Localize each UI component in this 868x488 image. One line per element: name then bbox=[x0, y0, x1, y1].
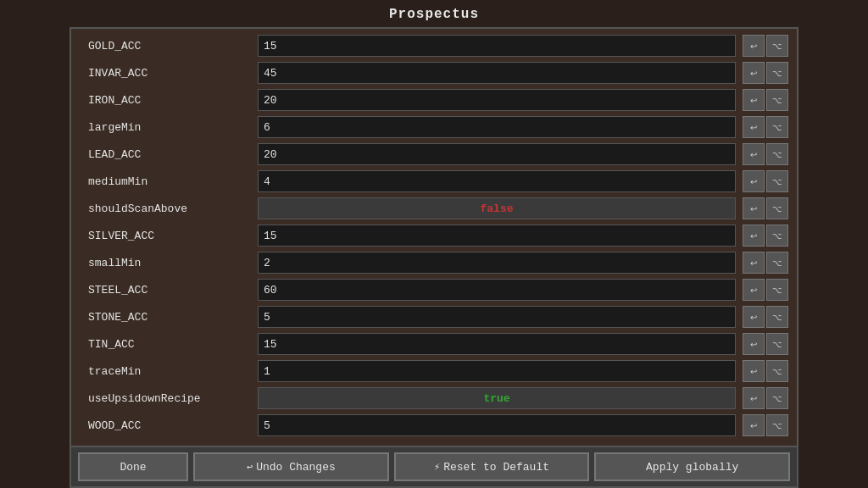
config-value-input[interactable] bbox=[258, 333, 736, 355]
config-input-wrap bbox=[258, 279, 736, 301]
config-value-input[interactable] bbox=[258, 360, 736, 382]
config-input-wrap bbox=[258, 143, 736, 165]
config-label: STEEL_ACC bbox=[88, 284, 258, 297]
config-branch-small-button[interactable]: ⌥ bbox=[766, 360, 788, 382]
table-row: TIN_ACC↩⌥ bbox=[71, 330, 797, 358]
table-row: useUpsidownRecipe↩⌥ bbox=[71, 385, 797, 412]
config-value-input[interactable] bbox=[258, 414, 736, 436]
undo-label: Undo Changes bbox=[256, 461, 336, 474]
main-panel: GOLD_ACC↩⌥INVAR_ACC↩⌥IRON_ACC↩⌥largeMin↩… bbox=[70, 27, 798, 447]
config-branch-small-button[interactable]: ⌥ bbox=[766, 62, 788, 84]
config-input-wrap bbox=[258, 170, 736, 192]
config-branch-small-button[interactable]: ⌥ bbox=[766, 279, 788, 301]
undo-icon: ↩ bbox=[247, 461, 253, 474]
reset-icon: ⚡ bbox=[434, 461, 440, 474]
config-value-input[interactable] bbox=[258, 306, 736, 328]
table-row: LEAD_ACC↩⌥ bbox=[71, 141, 797, 168]
config-value-input[interactable] bbox=[258, 387, 736, 409]
config-branch-small-button[interactable]: ⌥ bbox=[766, 89, 788, 111]
table-row: STEEL_ACC↩⌥ bbox=[71, 276, 797, 303]
table-row: WOOD_ACC↩⌥ bbox=[71, 412, 797, 439]
config-value-input[interactable] bbox=[258, 62, 736, 84]
config-branch-small-button[interactable]: ⌥ bbox=[766, 116, 788, 138]
config-input-wrap bbox=[258, 360, 736, 382]
config-reset-small-button[interactable]: ↩ bbox=[743, 333, 765, 355]
config-branch-small-button[interactable]: ⌥ bbox=[766, 143, 788, 165]
config-input-wrap bbox=[258, 414, 736, 436]
apply-globally-button[interactable]: Apply globally bbox=[594, 452, 790, 481]
config-reset-small-button[interactable]: ↩ bbox=[743, 387, 765, 409]
config-input-wrap bbox=[258, 62, 736, 84]
config-label: GOLD_ACC bbox=[88, 40, 258, 53]
config-label: IRON_ACC bbox=[88, 94, 258, 107]
config-label: smallMin bbox=[88, 257, 258, 269]
config-input-wrap bbox=[258, 225, 736, 247]
config-reset-small-button[interactable]: ↩ bbox=[743, 170, 765, 192]
config-value-input[interactable] bbox=[258, 252, 736, 274]
config-reset-small-button[interactable]: ↩ bbox=[743, 414, 765, 436]
config-value-input[interactable] bbox=[258, 116, 736, 138]
table-row: GOLD_ACC↩⌥ bbox=[71, 32, 797, 59]
config-label: TIN_ACC bbox=[88, 338, 258, 351]
config-label: useUpsidownRecipe bbox=[88, 392, 258, 405]
config-input-wrap bbox=[258, 197, 736, 219]
table-row: mediumMin↩⌥ bbox=[71, 168, 797, 195]
config-scroll-area[interactable]: GOLD_ACC↩⌥INVAR_ACC↩⌥IRON_ACC↩⌥largeMin↩… bbox=[71, 29, 797, 446]
config-branch-small-button[interactable]: ⌥ bbox=[766, 170, 788, 192]
config-branch-small-button[interactable]: ⌥ bbox=[766, 252, 788, 274]
config-reset-small-button[interactable]: ↩ bbox=[743, 360, 765, 382]
table-row: largeMin↩⌥ bbox=[71, 114, 797, 141]
bottom-bar: Done ↩ Undo Changes ⚡ Reset to Default A… bbox=[70, 447, 798, 488]
table-row: STONE_ACC↩⌥ bbox=[71, 303, 797, 330]
config-reset-small-button[interactable]: ↩ bbox=[743, 225, 765, 247]
config-branch-small-button[interactable]: ⌥ bbox=[766, 197, 788, 219]
config-value-input[interactable] bbox=[258, 170, 736, 192]
config-input-wrap bbox=[258, 89, 736, 111]
undo-button[interactable]: ↩ Undo Changes bbox=[193, 452, 389, 481]
config-value-input[interactable] bbox=[258, 279, 736, 301]
config-branch-small-button[interactable]: ⌥ bbox=[766, 414, 788, 436]
config-input-wrap bbox=[258, 387, 736, 409]
config-reset-small-button[interactable]: ↩ bbox=[743, 143, 765, 165]
config-label: INVAR_ACC bbox=[88, 67, 258, 80]
done-button[interactable]: Done bbox=[78, 452, 188, 481]
config-label: shouldScanAbove bbox=[88, 202, 258, 215]
config-input-wrap bbox=[258, 116, 736, 138]
config-reset-small-button[interactable]: ↩ bbox=[743, 252, 765, 274]
config-branch-small-button[interactable]: ⌥ bbox=[766, 387, 788, 409]
config-reset-small-button[interactable]: ↩ bbox=[743, 62, 765, 84]
reset-button[interactable]: ⚡ Reset to Default bbox=[394, 452, 590, 481]
config-reset-small-button[interactable]: ↩ bbox=[743, 279, 765, 301]
config-reset-small-button[interactable]: ↩ bbox=[743, 35, 765, 57]
config-reset-small-button[interactable]: ↩ bbox=[743, 116, 765, 138]
config-value-input[interactable] bbox=[258, 225, 736, 247]
config-label: largeMin bbox=[88, 121, 258, 134]
config-branch-small-button[interactable]: ⌥ bbox=[766, 225, 788, 247]
table-row: SILVER_ACC↩⌥ bbox=[71, 222, 797, 249]
config-branch-small-button[interactable]: ⌥ bbox=[766, 306, 788, 328]
table-row: IRON_ACC↩⌥ bbox=[71, 86, 797, 114]
table-row: smallMin↩⌥ bbox=[71, 249, 797, 276]
window-title: Prospectus bbox=[0, 0, 868, 27]
config-reset-small-button[interactable]: ↩ bbox=[743, 197, 765, 219]
config-value-input[interactable] bbox=[258, 89, 736, 111]
config-value-input[interactable] bbox=[258, 143, 736, 165]
config-label: WOOD_ACC bbox=[88, 419, 258, 432]
config-label: LEAD_ACC bbox=[88, 148, 258, 161]
table-row: shouldScanAbove↩⌥ bbox=[71, 195, 797, 222]
config-label: SILVER_ACC bbox=[88, 230, 258, 242]
config-branch-small-button[interactable]: ⌥ bbox=[766, 35, 788, 57]
config-value-input[interactable] bbox=[258, 35, 736, 57]
config-label: traceMin bbox=[88, 365, 258, 378]
table-row: traceMin↩⌥ bbox=[71, 358, 797, 385]
config-reset-small-button[interactable]: ↩ bbox=[743, 89, 765, 111]
config-label: mediumMin bbox=[88, 175, 258, 188]
config-input-wrap bbox=[258, 306, 736, 328]
config-label: STONE_ACC bbox=[88, 311, 258, 324]
reset-label: Reset to Default bbox=[443, 461, 549, 474]
table-row: INVAR_ACC↩⌥ bbox=[71, 59, 797, 86]
config-reset-small-button[interactable]: ↩ bbox=[743, 306, 765, 328]
config-value-input[interactable] bbox=[258, 197, 736, 219]
config-input-wrap bbox=[258, 333, 736, 355]
config-branch-small-button[interactable]: ⌥ bbox=[766, 333, 788, 355]
